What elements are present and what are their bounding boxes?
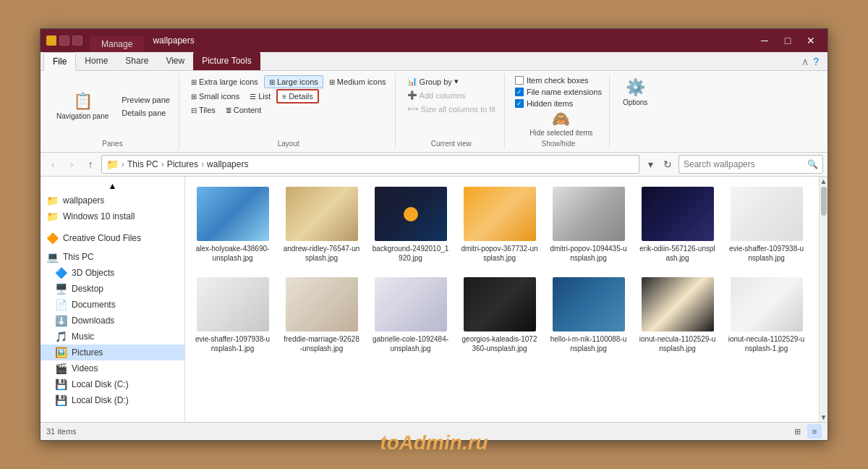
details-pane-btn[interactable]: Details pane (117, 107, 174, 119)
content-btn[interactable]: ≣ Content (221, 104, 266, 116)
sidebar-item-win10[interactable]: 📁 Windows 10 install (41, 208, 184, 224)
file-name-ext-option[interactable]: ✓ File name extensions (512, 87, 605, 97)
file-item[interactable]: ionut-necula-1102529-unsplash.jpg (636, 273, 719, 358)
breadcrumb-pictures[interactable]: Pictures (167, 159, 198, 169)
navigation-pane-btn[interactable]: 📋 Navigation pane (51, 89, 114, 123)
file-name: andrew-ridley-76547-unsplash.jpg (283, 244, 360, 263)
group-by-btn[interactable]: 📊 Group by ▾ (403, 75, 500, 88)
sidebar-item-documents[interactable]: 📄 Documents (41, 297, 184, 313)
file-thumbnail (642, 187, 714, 241)
search-box[interactable]: 🔍 (678, 155, 823, 174)
file-thumbnail (197, 277, 269, 331)
creative-cloud-icon: 🔶 (46, 232, 59, 244)
search-input[interactable] (684, 159, 804, 169)
file-item[interactable]: georgios-kaleadis-1072360-unsplash.jpg (458, 273, 541, 358)
file-item[interactable]: alex-holyoake-438690-unsplash.jpg (191, 182, 274, 267)
ribbon-tab-file[interactable]: File (43, 52, 76, 71)
ribbon-tab-view[interactable]: View (157, 52, 193, 70)
scroll-down-btn[interactable]: ▼ (820, 413, 827, 421)
ribbon-tab-share[interactable]: Share (116, 52, 157, 70)
tiles-btn[interactable]: ⊟ Tiles (187, 104, 220, 116)
file-item[interactable]: dmitri-popov-1094435-unsplash.jpg (547, 182, 630, 267)
file-item[interactable]: dmitri-popov-367732-unsplash.jpg (458, 182, 541, 267)
file-thumbnail (464, 187, 536, 241)
music-icon: 🎵 (55, 331, 67, 342)
tab-manage[interactable]: Manage (90, 36, 144, 52)
breadcrumb-wallpapers[interactable]: wallpapers (207, 159, 248, 169)
item-check-boxes-cb[interactable] (515, 76, 524, 85)
extra-large-icons-btn[interactable]: ⊞ Extra large icons (187, 75, 263, 88)
breadcrumb-sep-3: › (201, 159, 204, 169)
ribbon-group-panes: 📋 Navigation pane Preview pane Details p… (46, 74, 179, 149)
file-name: dmitri-popov-367732-unsplash.jpg (461, 244, 538, 263)
back-btn[interactable]: ‹ (45, 156, 61, 172)
medium-icons-btn[interactable]: ⊞ Medium icons (325, 75, 391, 88)
close-button[interactable]: ✕ (800, 33, 822, 48)
videos-icon: 🎬 (55, 363, 67, 374)
sidebar-item-videos[interactable]: 🎬 Videos (41, 360, 184, 376)
sidebar-item-pictures[interactable]: 🖼️ Pictures (41, 345, 184, 360)
hidden-items-option[interactable]: ✓ Hidden items (512, 98, 605, 109)
scroll-thumb[interactable] (821, 187, 827, 216)
breadcrumb-thispc[interactable]: This PC (127, 159, 158, 169)
ribbon-tab-picture-tools[interactable]: Picture Tools (193, 52, 260, 70)
list-btn[interactable]: ☰ List (245, 89, 275, 103)
file-thumbnail (375, 277, 447, 331)
details-view-btn[interactable]: ≡ (807, 424, 822, 439)
sidebar-item-this-pc[interactable]: 💻 This PC (41, 249, 184, 265)
file-name-ext-cb[interactable]: ✓ (515, 88, 524, 96)
ribbon-help-btn[interactable]: ? (813, 56, 819, 67)
sidebar-scroll-up[interactable]: ▲ (41, 179, 184, 193)
ribbon-collapse-btn[interactable]: ∧ (801, 56, 809, 67)
size-all-btn[interactable]: ⟺ Size all columns to fit (403, 103, 500, 115)
file-item[interactable]: ionut-necula-1102529-unsplash-1.jpg (725, 273, 808, 358)
forward-btn[interactable]: › (64, 156, 80, 172)
sidebar-item-creative-cloud[interactable]: 🔶 Creative Cloud Files (41, 230, 184, 246)
file-item[interactable]: gabrielle-cole-1092484-unsplash.jpg (369, 273, 452, 358)
scrollbar[interactable]: ▲ ▼ (819, 177, 827, 422)
sidebar-item-music[interactable]: 🎵 Music (41, 329, 184, 345)
file-name: georgios-kaleadis-1072360-unsplash.jpg (461, 334, 538, 353)
ribbon-content: 📋 Navigation pane Preview pane Details p… (41, 71, 827, 152)
item-count: 31 items (46, 427, 77, 436)
file-item[interactable]: background-2492010_1920.jpg (369, 182, 452, 267)
file-item[interactable]: evie-shaffer-1097938-unsplash.jpg (725, 182, 808, 267)
details-btn[interactable]: ≡ Details (276, 89, 318, 103)
sidebar-item-3d-objects[interactable]: 🔷 3D Objects (41, 265, 184, 281)
file-name: evie-shaffer-1097938-unsplash-1.jpg (194, 334, 271, 353)
sidebar-item-desktop[interactable]: 🖥️ Desktop (41, 281, 184, 297)
local-disk-d-icon: 💾 (55, 394, 67, 406)
file-name: evie-shaffer-1097938-unsplash.jpg (728, 244, 805, 263)
grid-view-btn[interactable]: ⊞ (790, 424, 804, 439)
sidebar-item-wallpapers[interactable]: 📁 wallpapers (41, 193, 184, 208)
file-item[interactable]: erik-odiin-567126-unsplash.jpg (636, 182, 719, 267)
title-folder-icon (46, 35, 56, 46)
path-dropdown-btn[interactable]: ▾ (642, 156, 658, 172)
item-check-boxes-option[interactable]: Item check boxes (512, 75, 605, 85)
titlebar-quick-access-1[interactable] (59, 35, 69, 46)
sidebar-item-local-disk-c[interactable]: 💾 Local Disk (C:) (41, 376, 184, 392)
file-item[interactable]: freddie-marriage-92628-unsplash.jpg (280, 273, 363, 358)
file-item[interactable]: hello-i-m-nik-1100088-unsplash.jpg (547, 273, 630, 358)
file-thumbnail (642, 277, 714, 331)
scroll-up-btn[interactable]: ▲ (820, 177, 827, 185)
titlebar-quick-access-2[interactable] (72, 35, 82, 46)
address-path[interactable]: 📁 › This PC › Pictures › wallpapers (101, 155, 639, 174)
ribbon-tab-home[interactable]: Home (76, 52, 116, 70)
options-btn[interactable]: ⚙️ Options (617, 75, 653, 109)
preview-pane-btn[interactable]: Preview pane (117, 94, 174, 106)
up-btn[interactable]: ↑ (82, 156, 98, 172)
add-columns-btn[interactable]: ➕ Add columns (403, 89, 500, 101)
this-pc-icon: 💻 (46, 251, 59, 263)
sidebar-item-downloads[interactable]: ⬇️ Downloads (41, 313, 184, 329)
file-item[interactable]: andrew-ridley-76547-unsplash.jpg (280, 182, 363, 267)
hidden-items-cb[interactable]: ✓ (515, 99, 524, 108)
sidebar-item-local-disk-d[interactable]: 💾 Local Disk (D:) (41, 392, 184, 408)
minimize-button[interactable]: ─ (754, 33, 775, 48)
large-icons-btn[interactable]: ⊞ Large icons (264, 75, 323, 88)
refresh-btn[interactable]: ↻ (660, 156, 676, 172)
small-icons-btn[interactable]: ⊞ Small icons (187, 89, 244, 103)
file-item[interactable]: evie-shaffer-1097938-unsplash-1.jpg (191, 273, 274, 358)
ribbon-group-layout: ⊞ Extra large icons ⊞ Large icons ⊞ Medi… (182, 74, 396, 149)
maximize-button[interactable]: □ (777, 33, 799, 48)
